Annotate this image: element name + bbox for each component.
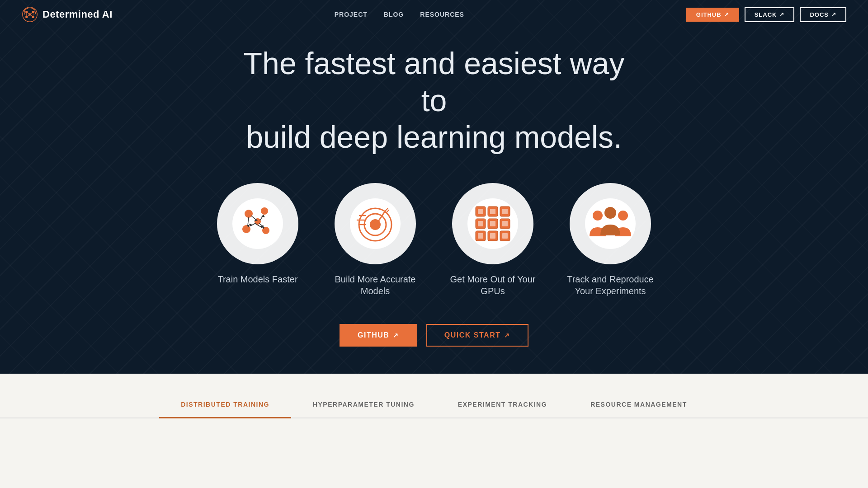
github-nav-button[interactable]: GITHUB ↗ (686, 8, 739, 22)
github-hero-button[interactable]: GITHUB ↗ (340, 324, 417, 347)
card-train-label: Train Models Faster (217, 273, 297, 285)
svg-rect-56 (502, 221, 508, 226)
nav-buttons: GITHUB ↗ SLACK ↗ DOCS ↗ (686, 7, 846, 22)
svg-point-15 (242, 225, 250, 233)
nav-link-blog[interactable]: BLOG (384, 11, 404, 18)
nav-link-project[interactable]: PROJECT (335, 11, 368, 18)
logo-icon (22, 6, 38, 23)
hero-title: The fastest and easiest way to build dee… (231, 45, 637, 156)
svg-rect-58 (490, 233, 495, 239)
external-icon: ↗ (504, 332, 510, 339)
external-icon: ↗ (393, 332, 399, 339)
team-icon (583, 197, 637, 251)
svg-point-62 (618, 211, 628, 221)
svg-point-13 (245, 210, 253, 218)
svg-rect-59 (502, 233, 508, 239)
card-train: Train Models Faster (212, 183, 303, 285)
svg-rect-51 (478, 209, 483, 214)
tab-experiment-tracking[interactable]: EXPERIMENT TRACKING (436, 392, 569, 418)
target-icon (348, 197, 402, 251)
tab-hyperparameter-tuning[interactable]: HYPERPARAMETER TUNING (291, 392, 436, 418)
navbar: Determined AI PROJECT BLOG RESOURCES GIT… (0, 0, 868, 29)
tabs-section: DISTRIBUTED TRAINING HYPERPARAMETER TUNI… (0, 374, 868, 488)
nav-links: PROJECT BLOG RESOURCES (335, 11, 464, 18)
card-track-label: Track and Reproduce Your Experiments (565, 273, 656, 297)
logo-text: Determined AI (42, 9, 113, 20)
gpu-icon-circle (452, 183, 533, 264)
svg-line-7 (30, 12, 33, 14)
external-link-icon: ↗ (831, 11, 836, 18)
hero-buttons: GITHUB ↗ QUICK START ↗ (340, 324, 528, 347)
svg-point-61 (593, 211, 603, 221)
svg-rect-52 (490, 209, 495, 214)
quickstart-hero-button[interactable]: QUICK START ↗ (426, 324, 528, 347)
logo[interactable]: Determined AI (22, 6, 113, 23)
card-gpu-label: Get More Out of Your GPUs (448, 273, 538, 297)
svg-point-60 (585, 198, 636, 249)
svg-rect-57 (478, 233, 483, 239)
svg-point-14 (261, 207, 268, 215)
gpu-grid-icon (466, 197, 520, 251)
docs-nav-button[interactable]: DOCS ↗ (800, 7, 846, 22)
svg-rect-54 (478, 221, 483, 226)
svg-point-63 (604, 207, 616, 219)
hero-section: The fastest and easiest way to build dee… (0, 0, 868, 374)
hero-cards: Train Models Faster (212, 183, 656, 297)
nav-link-resources[interactable]: RESOURCES (420, 11, 464, 18)
svg-line-6 (27, 12, 30, 14)
card-track: Track and Reproduce Your Experiments (565, 183, 656, 297)
card-gpu: Get More Out of Your GPUs (448, 183, 538, 297)
slack-nav-button[interactable]: SLACK ↗ (745, 7, 795, 22)
external-link-icon: ↗ (724, 11, 729, 18)
tab-resource-management[interactable]: RESOURCE MANAGEMENT (569, 392, 709, 418)
svg-line-8 (27, 14, 30, 17)
svg-rect-55 (490, 221, 495, 226)
scatter-icon (231, 197, 285, 251)
card-accurate: Build More Accurate Models (330, 183, 420, 297)
svg-rect-53 (502, 209, 508, 214)
card-accurate-label: Build More Accurate Models (330, 273, 420, 297)
tabs-bar: DISTRIBUTED TRAINING HYPERPARAMETER TUNI… (0, 392, 868, 418)
accurate-icon-circle (335, 183, 416, 264)
tab-distributed-training[interactable]: DISTRIBUTED TRAINING (159, 392, 291, 418)
svg-line-9 (30, 14, 33, 17)
train-icon-circle (217, 183, 298, 264)
track-icon-circle (570, 183, 651, 264)
external-link-icon: ↗ (779, 11, 784, 18)
